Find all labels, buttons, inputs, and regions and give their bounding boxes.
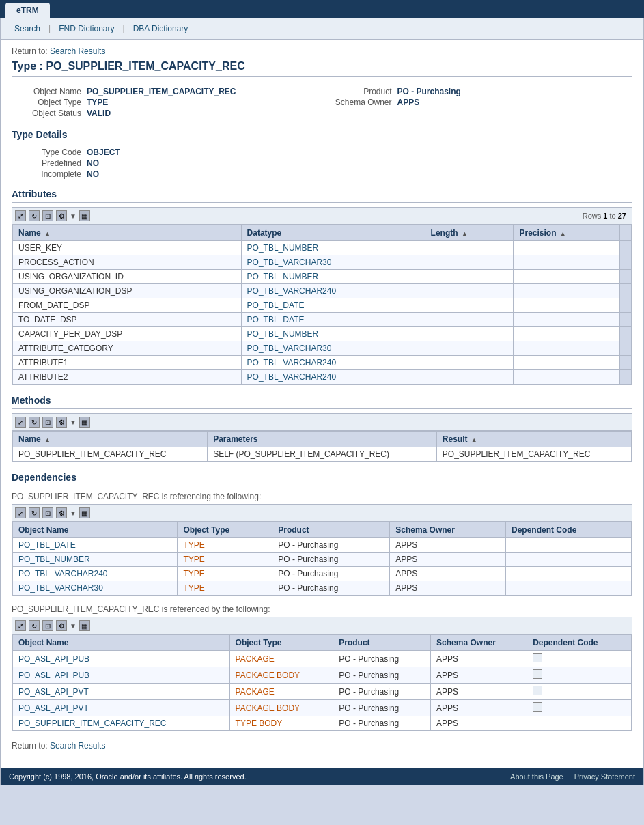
row-scrollbar	[620, 255, 632, 270]
refby-settings-dropdown[interactable]: ▼	[70, 622, 76, 630]
dependencies-title: Dependencies	[12, 472, 632, 486]
attr-datatype-cell[interactable]: PO_TBL_VARCHAR240	[241, 284, 425, 298]
refby-detach-icon[interactable]: ⊡	[42, 620, 53, 631]
ref-grid-icon[interactable]: ▦	[79, 507, 90, 518]
methods-expand-icon[interactable]: ⤢	[15, 417, 26, 428]
attr-precision-cell	[514, 370, 620, 384]
methods-refresh-icon[interactable]: ↻	[29, 417, 40, 428]
methods-section: Methods ⤢ ↻ ⊡ ⚙ ▼ ▦ Name ▲ Parameters Re…	[12, 395, 632, 462]
refby-refresh-icon[interactable]: ↻	[29, 620, 40, 631]
return-to-link-top[interactable]: Search Results	[50, 46, 105, 56]
refby-col-object-type[interactable]: Object Type	[229, 635, 333, 651]
ref-col-object-type[interactable]: Object Type	[178, 522, 272, 538]
nav-dba-dictionary[interactable]: DBA Dictionary	[128, 23, 194, 35]
referencing-toolbar: ⤢ ↻ ⊡ ⚙ ▼ ▦	[12, 504, 632, 521]
refby-type-cell[interactable]: TYPE BODY	[229, 716, 333, 731]
about-page-link[interactable]: About this Page	[510, 772, 563, 781]
attr-datatype-cell[interactable]: PO_TBL_NUMBER	[241, 327, 425, 341]
ref-col-product[interactable]: Product	[272, 522, 390, 538]
ref-dep-code-cell	[506, 538, 632, 553]
refby-name-cell[interactable]: PO_SUPPLIER_ITEM_CAPACITY_REC	[13, 716, 230, 731]
attr-datatype-cell[interactable]: PO_TBL_VARCHAR30	[241, 341, 425, 356]
refby-name-cell[interactable]: PO_ASL_API_PUB	[13, 651, 230, 667]
refby-col-schema[interactable]: Schema Owner	[431, 635, 527, 651]
refby-col-object-name[interactable]: Object Name	[13, 635, 230, 651]
attr-datatype-cell[interactable]: PO_TBL_DATE	[241, 298, 425, 313]
expand-icon[interactable]: ⤢	[15, 210, 26, 221]
settings-dropdown[interactable]: ▼	[70, 212, 76, 220]
table-row: PO_TBL_NUMBER TYPE PO - Purchasing APPS	[13, 553, 632, 567]
attr-col-datatype[interactable]: Datatype	[241, 225, 425, 241]
page-title: Type : PO_SUPPLIER_ITEM_CAPACITY_REC	[12, 60, 632, 77]
ref-detach-icon[interactable]: ⊡	[42, 507, 53, 518]
attr-datatype-cell[interactable]: PO_TBL_DATE	[241, 313, 425, 327]
refby-schema-cell: APPS	[431, 716, 527, 731]
refby-type-cell[interactable]: PACKAGE	[229, 684, 333, 700]
row-scrollbar	[620, 370, 632, 384]
refby-col-product[interactable]: Product	[333, 635, 431, 651]
refby-type-cell[interactable]: PACKAGE	[229, 651, 333, 667]
dep-code-checkbox[interactable]	[533, 669, 542, 679]
ref-type-cell[interactable]: TYPE	[178, 567, 272, 581]
attr-datatype-cell[interactable]: PO_TBL_VARCHAR240	[241, 356, 425, 370]
ref-type-cell[interactable]: TYPE	[178, 581, 272, 596]
ref-settings-icon[interactable]: ⚙	[56, 507, 67, 518]
nav-fnd-dictionary[interactable]: FND Dictionary	[53, 23, 120, 35]
attr-datatype-cell[interactable]: PO_TBL_NUMBER	[241, 270, 425, 284]
ref-col-object-name[interactable]: Object Name	[13, 522, 178, 538]
attr-col-name[interactable]: Name ▲	[13, 225, 242, 241]
ref-col-dep-code[interactable]: Dependent Code	[506, 522, 632, 538]
ref-expand-icon[interactable]: ⤢	[15, 507, 26, 518]
refby-name-cell[interactable]: PO_ASL_API_PVT	[13, 700, 230, 716]
ref-type-cell[interactable]: TYPE	[178, 553, 272, 567]
attr-col-precision[interactable]: Precision ▲	[514, 225, 620, 241]
attr-name-cell: USING_ORGANIZATION_DSP	[13, 284, 242, 298]
grid-icon[interactable]: ▦	[79, 210, 90, 221]
attr-precision-cell	[514, 341, 620, 356]
ref-name-cell[interactable]: PO_TBL_DATE	[13, 538, 178, 553]
ref-col-schema[interactable]: Schema Owner	[390, 522, 506, 538]
methods-settings-dropdown[interactable]: ▼	[70, 419, 76, 426]
ref-name-cell[interactable]: PO_TBL_VARCHAR240	[13, 567, 178, 581]
ref-type-cell[interactable]: TYPE	[178, 538, 272, 553]
attr-datatype-cell[interactable]: PO_TBL_VARCHAR240	[241, 370, 425, 384]
incomplete-value: NO	[87, 169, 99, 179]
return-to-link-bottom[interactable]: Search Results	[50, 741, 105, 751]
ref-refresh-icon[interactable]: ↻	[29, 507, 40, 518]
etrm-tab[interactable]: eTRM	[5, 3, 50, 18]
dep-code-checkbox[interactable]	[533, 686, 542, 695]
ref-settings-dropdown[interactable]: ▼	[70, 509, 76, 517]
dep-code-checkbox[interactable]	[533, 702, 542, 712]
attr-name-cell: USER_KEY	[13, 241, 242, 255]
meth-result-cell: PO_SUPPLIER_ITEM_CAPACITY_REC	[436, 447, 631, 462]
methods-settings-icon[interactable]: ⚙	[56, 417, 67, 428]
methods-detach-icon[interactable]: ⊡	[42, 417, 53, 428]
attr-datatype-cell[interactable]: PO_TBL_NUMBER	[241, 241, 425, 255]
refby-col-dep-code[interactable]: Dependent Code	[527, 635, 632, 651]
referencing-table-wrapper: Object Name Object Type Product Schema O…	[12, 521, 632, 596]
refby-name-cell[interactable]: PO_ASL_API_PVT	[13, 684, 230, 700]
refresh-icon[interactable]: ↻	[29, 210, 40, 221]
refby-grid-icon[interactable]: ▦	[79, 620, 90, 631]
refby-name-cell[interactable]: PO_ASL_API_PUB	[13, 667, 230, 684]
refby-type-cell[interactable]: PACKAGE BODY	[229, 700, 333, 716]
detach-icon[interactable]: ⊡	[42, 210, 53, 221]
refby-settings-icon[interactable]: ⚙	[56, 620, 67, 631]
ref-name-cell[interactable]: PO_TBL_VARCHAR30	[13, 581, 178, 596]
settings-icon[interactable]: ⚙	[56, 210, 67, 221]
meth-col-name[interactable]: Name ▲	[13, 432, 208, 447]
nav-search[interactable]: Search	[9, 23, 46, 35]
attr-datatype-cell[interactable]: PO_TBL_VARCHAR30	[241, 255, 425, 270]
meth-col-params[interactable]: Parameters	[208, 432, 437, 447]
meth-col-result[interactable]: Result ▲	[436, 432, 631, 447]
privacy-statement-link[interactable]: Privacy Statement	[574, 772, 635, 781]
refby-type-cell[interactable]: PACKAGE BODY	[229, 667, 333, 684]
attr-col-length[interactable]: Length ▲	[425, 225, 514, 241]
refby-expand-icon[interactable]: ⤢	[15, 620, 26, 631]
referencing-tbody: PO_TBL_DATE TYPE PO - Purchasing APPS PO…	[13, 538, 632, 596]
ref-name-cell[interactable]: PO_TBL_NUMBER	[13, 553, 178, 567]
methods-grid-icon[interactable]: ▦	[79, 417, 90, 428]
referenced-by-table-wrapper: Object Name Object Type Product Schema O…	[12, 634, 632, 731]
footer-bar: Copyright (c) 1998, 2016, Oracle and/or …	[1, 768, 643, 785]
dep-code-checkbox[interactable]	[533, 653, 542, 662]
